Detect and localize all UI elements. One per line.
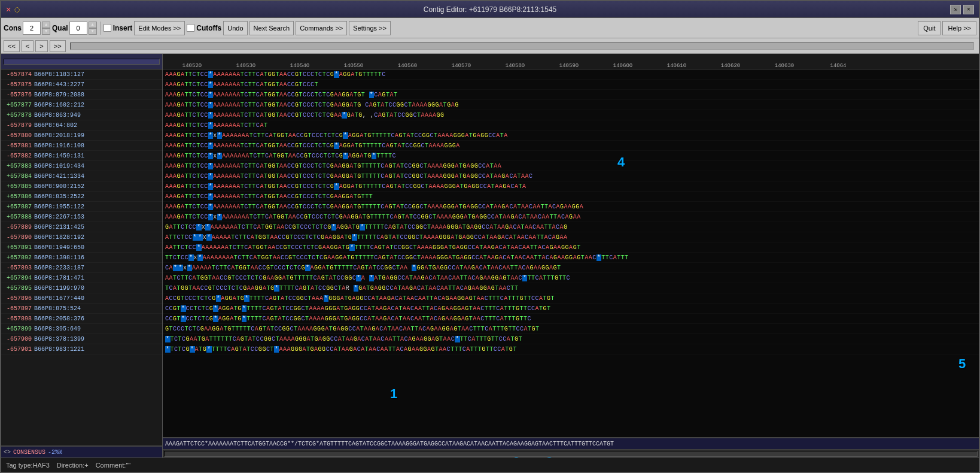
seq-line: *TCTCG*ATG*TTTTCAGTATCCGGCT*AAAGGGATGAGG… [163, 344, 979, 354]
close-icon[interactable]: ✕ [6, 4, 11, 14]
seq-name: B66P8:421:1334 [34, 173, 118, 180]
seq-id: +657884 [1, 173, 34, 180]
comment: Comment:"" [96, 462, 131, 469]
left-row: -657900 B66P8:378:1399 [1, 334, 162, 344]
window-close-button[interactable]: ✕ [963, 5, 974, 14]
seq-line: GTCCCTCTCGAAGGATGTTTTTCAGTATCCGGCTAAAAGG… [163, 324, 979, 334]
cons-up-button[interactable]: ▲ [42, 22, 50, 28]
left-row: +657883 B66P8:1019:434 [1, 161, 162, 171]
nav-prev-button[interactable]: < [22, 40, 34, 52]
left-row: +657899 B66P8:395:649 [1, 324, 162, 334]
left-row: -657901 B66P8:983:1221 [1, 344, 162, 354]
settings-button[interactable]: Settings >> [349, 21, 391, 35]
left-row: -657875 B66P8:443:2277 [1, 80, 162, 90]
seq-line: AAAGATTCTCC*AAAAAAATCTTCATGGTAACCGTCCCTC… [163, 181, 979, 192]
seq-id: -657880 [1, 132, 34, 139]
seq-name: B66P8:879:2088 [34, 92, 118, 98]
seq-data: AAAGATTCTCC*AAAAAAATCTTCATGGTAACCGTCCCTC… [163, 71, 386, 78]
left-scrollbar[interactable] [4, 59, 160, 65]
seq-id: -657897 [1, 305, 34, 312]
seq-id: -657889 [1, 224, 34, 231]
next-search-button[interactable]: Next Search [249, 21, 294, 35]
seq-id: -657896 [1, 295, 34, 302]
seq-data: AATCTTCATGGTAACCGTCCCTCTCGAAGGATGTTTTTCA… [163, 275, 570, 281]
left-scroll-area[interactable]: -657874 B66P8:1183:127 -657875 B66P8:443… [1, 69, 162, 445]
sep1 [100, 22, 101, 35]
help-button[interactable]: Help >> [942, 21, 976, 35]
seq-line: AAAGATTCTCC*AAAAAAATCTTCATGGTAACCGTCCCTC… [163, 192, 979, 202]
qual-spinner: ▲ ▼ [89, 22, 97, 35]
minimize-icon[interactable]: ◌ [14, 4, 19, 14]
seq-data: CCGT*CCTCTCG*AGGATG*TTTTCAGTATCCGGCTAAAA… [163, 316, 531, 322]
seq-data: *TCTCGAATGATTTTTTCAGTATCCGGCTAAAAGGGATGA… [163, 336, 522, 342]
window-title: Contig Editor: +611979 B66P8:2113:1545 [424, 5, 557, 14]
seq-id: -657879 [1, 122, 34, 129]
seq-area[interactable]: AAAGATTCTCC*AAAAAAATCTTCATGGTAACCGTCCCTC… [163, 69, 979, 437]
cutoffs-label: Cutoffs [196, 24, 221, 32]
right-panel: 1405201405301405401405501405601405701405… [163, 54, 979, 457]
cutoffs-checkbox[interactable]: Cutoffs [187, 24, 221, 32]
main-content: -657874 B66P8:1183:127 -657875 B66P8:443… [1, 54, 979, 457]
nav-scrollbar[interactable] [70, 43, 974, 50]
seq-data: CCGT*CCTCTCG*AGGATG*TTTTCAGTATCCGGCTAAAA… [163, 305, 551, 312]
seq-line: AAAGATTCTCC*AAAAAAATCTTCATGGTAACCGTCCCTC… [163, 69, 979, 80]
edit-modes-button[interactable]: Edit Modes >> [134, 21, 185, 35]
horizontal-scrollbar[interactable] [163, 449, 979, 457]
cons-down-button[interactable]: ▼ [42, 28, 50, 35]
insert-checkbox[interactable]: Insert [104, 24, 133, 32]
seq-data: ACCGTCCCTCTCG*AGGATG*TTTTCAGTATCCGGCTAAA… [163, 295, 555, 302]
app-window: ✕ ◌ Contig Editor: +611979 B66P8:2113:15… [0, 0, 980, 473]
cons-group: Cons ▲ ▼ [4, 22, 50, 35]
window-restore-button[interactable]: ⇲ [950, 5, 961, 14]
seq-line: AAAGATTCTCC*AAAAAAATCTTCATGGTAACCGTCCCT [163, 80, 979, 90]
seq-line: AAAGATTCTCC*AAAAAAATCTTCATGGTAACCGTCCCTC… [163, 100, 979, 110]
left-row: +657894 B66P8:1781:471 [1, 273, 162, 283]
left-row: -657876 B66P8:879:2088 [1, 90, 162, 100]
seq-id: -657874 [1, 71, 34, 78]
seq-data: TCATGGTAACCGTCCCTCTCGAAGGATG*TTTTCAGTATC… [163, 285, 518, 292]
commands-button[interactable]: Commands >> [296, 21, 347, 35]
nav-next-button[interactable]: > [35, 40, 47, 52]
left-row: +657891 B66P8:1949:650 [1, 242, 162, 253]
consensus-left: <> CONSENSUS -2%% [1, 445, 162, 457]
left-row: +657885 B66P8:900:2152 [1, 181, 162, 192]
title-bar: ✕ ◌ Contig Editor: +611979 B66P8:2113:15… [1, 1, 979, 18]
seq-data: AAAGATTCTCC*AAAAAAATCTTCATGGTAACCGTCCCT [163, 81, 318, 88]
seq-id: +657891 [1, 244, 34, 251]
seq-name: B66P8:2131:425 [34, 224, 118, 231]
nav-first-button[interactable]: << [4, 40, 20, 52]
seq-id: -657882 [1, 153, 34, 159]
qual-up-button[interactable]: ▲ [89, 22, 97, 28]
consensus-arrow: <> [4, 449, 11, 456]
seq-name: B66P8:395:649 [34, 326, 118, 332]
seq-name: B66P8:1019:434 [34, 163, 118, 169]
seq-data: TTCTCC*x*AAAAAAAATCTTCATGGTAACCGTCCCTCTC… [163, 254, 629, 261]
qual-input[interactable] [69, 22, 87, 35]
undo-button[interactable]: Undo [223, 21, 247, 35]
toolbar: Cons ▲ ▼ Qual ▲ ▼ Insert Edit Modes >> C… [1, 18, 979, 38]
left-row: -657879 B66P8:64:802 [1, 120, 162, 131]
direction: Direction:+ [57, 462, 89, 469]
consensus-pct: -2%% [48, 449, 62, 456]
quit-button[interactable]: Quit [918, 21, 941, 35]
left-row: -657874 B66P8:1183:127 [1, 69, 162, 80]
seq-line: AAAGATTCTCC*x*AAAAAAATCTTCATGGTAACCGTCCC… [163, 212, 979, 222]
ruler-mark: 140610 [650, 63, 704, 69]
seq-data: AAAGATTCTCC*x*AAAAAAATCTTCATGGTAACCGTCCC… [163, 153, 396, 159]
cons-input[interactable] [23, 22, 41, 35]
title-bar-center: Contig Editor: +611979 B66P8:2113:1545 [424, 5, 557, 14]
left-row: -657897 B66P8:875:524 [1, 304, 162, 314]
seq-name: B66P8:1949:650 [34, 244, 118, 251]
seq-id: +657877 [1, 102, 34, 108]
left-row: -657893 B66P8:2233:187 [1, 263, 162, 273]
ruler-mark: 14064 [811, 63, 865, 69]
scrollbar-track[interactable] [164, 451, 978, 457]
qual-down-button[interactable]: ▼ [89, 28, 97, 35]
left-row: -657882 B66P8:1459:131 [1, 151, 162, 161]
left-row: +657878 B66P8:863:949 [1, 110, 162, 120]
left-row: -657896 B66P8:1677:440 [1, 293, 162, 304]
seq-data: AAAGATTCTCC*AAAAAAATCTTCATGGTAACCGTCCCTC… [163, 142, 460, 149]
seq-name: B66P8:1183:127 [34, 71, 118, 78]
nav-last-button[interactable]: >> [50, 40, 66, 52]
seq-data: AAAGATTCTCC*AAAAAAATCTTCATGGTAACCGTCCCTC… [163, 173, 532, 180]
